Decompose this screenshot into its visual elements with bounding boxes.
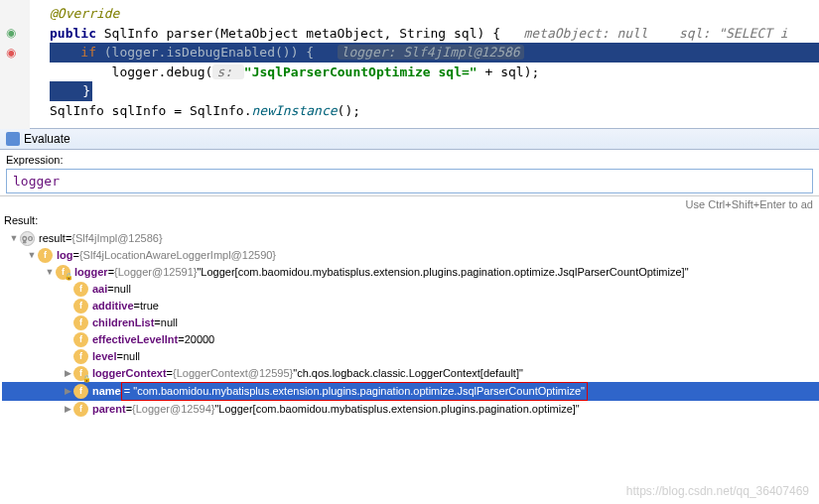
field-final-icon: f xyxy=(73,366,88,381)
evaluate-toolbar: Evaluate xyxy=(0,128,819,150)
field-icon: f xyxy=(73,402,88,417)
code-editor[interactable]: @Override public SqlInfo parser(MetaObje… xyxy=(0,0,819,128)
field-icon: f xyxy=(73,315,88,330)
override-gutter-icon[interactable]: ◉ xyxy=(6,26,16,40)
tree-row-childrenList[interactable]: fchildrenList = null xyxy=(2,315,819,331)
field-icon: f xyxy=(38,248,53,263)
tree-row-parent[interactable]: fparent = {Logger@12594} "Logger[com.bao… xyxy=(2,401,819,418)
tree-row-name[interactable]: fname = "com.baomidou.mybatisplus.extens… xyxy=(2,382,819,401)
tree-row-effectiveLevelInt[interactable]: feffectiveLevelInt = 20000 xyxy=(2,331,819,348)
field-final-icon: f xyxy=(56,265,70,280)
field-icon: f xyxy=(73,299,88,314)
chevron-down-icon[interactable] xyxy=(44,266,56,280)
result-tree[interactable]: o͚oresult = {Slf4jImpl@12586} flog = {Sl… xyxy=(0,228,819,419)
watermark: https://blog.csdn.net/qq_36407469 xyxy=(626,484,809,498)
editor-gutter: ◉ ◉ xyxy=(0,0,30,129)
breakpoint-icon[interactable]: ◉ xyxy=(6,46,16,60)
object-icon: o͚o xyxy=(20,231,35,246)
tree-row-aai[interactable]: faai = null xyxy=(2,281,819,298)
tree-row-result[interactable]: o͚oresult = {Slf4jImpl@12586} xyxy=(2,230,819,247)
field-icon: f xyxy=(73,282,88,297)
tree-row-level[interactable]: flevel = null xyxy=(2,348,819,365)
chevron-right-icon[interactable] xyxy=(62,403,73,417)
chevron-right-icon[interactable] xyxy=(62,385,73,399)
annotation: @Override xyxy=(50,6,119,21)
evaluate-title: Evaluate xyxy=(24,132,70,146)
chevron-right-icon[interactable] xyxy=(62,367,73,381)
expression-label: Expression: xyxy=(6,154,813,166)
tree-row-additive[interactable]: fadditive = true xyxy=(2,298,819,315)
field-icon: f xyxy=(73,384,88,399)
shortcut-hint: Use Ctrl+Shift+Enter to ad xyxy=(0,196,819,212)
expression-input[interactable] xyxy=(6,169,813,193)
chevron-down-icon[interactable] xyxy=(8,232,20,246)
evaluate-icon xyxy=(6,132,20,146)
tree-row-loggerContext[interactable]: floggerContext = {LoggerContext@12595} "… xyxy=(2,365,819,382)
expression-section: Expression: xyxy=(0,150,819,196)
field-icon: f xyxy=(73,332,88,347)
field-icon: f xyxy=(73,349,88,364)
chevron-down-icon[interactable] xyxy=(26,249,38,263)
tree-row-log[interactable]: flog = {Slf4jLocationAwareLoggerImpl@125… xyxy=(2,247,819,264)
inline-debug-hint: logger: Slf4jImpl@12586 xyxy=(338,45,524,60)
tree-row-logger[interactable]: flogger = {Logger@12591} "Logger[com.bao… xyxy=(2,264,819,281)
result-label: Result: xyxy=(0,212,819,228)
